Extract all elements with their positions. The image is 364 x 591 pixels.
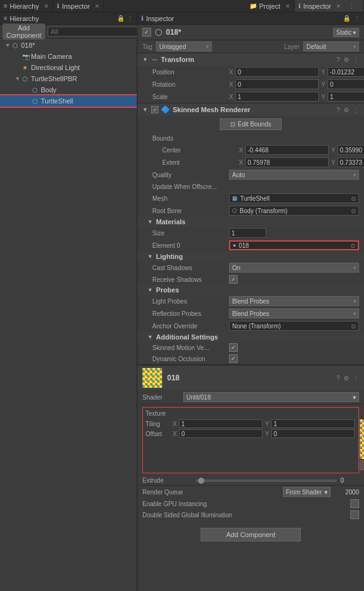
project-tab-close[interactable]: ✕ (285, 3, 290, 9)
lighting-subheader[interactable]: ▼ Lighting (137, 252, 364, 261)
rotation-x-axis: X (229, 81, 234, 88)
hierarchy-panel-controls[interactable]: 🔒 ⋮ (117, 15, 133, 22)
material-help-icon[interactable]: ? (336, 375, 340, 382)
offset-x-input[interactable] (179, 429, 262, 438)
tree-item-turtleshellpbr[interactable]: ▼ ⬡ TurtleShellPBR (0, 73, 137, 84)
transform-help-icon[interactable]: ? (336, 56, 340, 63)
tag-label: Tag (142, 43, 152, 50)
element0-pick-icon[interactable]: ⊙ (350, 242, 355, 249)
smr-help-icon[interactable]: ? (336, 107, 340, 113)
transform-menu-icon[interactable]: ⋮ (353, 56, 359, 63)
edit-bounds-row: ⊡ Edit Bounds (137, 116, 364, 133)
tree-icon-light: ☀ (22, 64, 31, 71)
materials-size-input[interactable] (229, 228, 266, 238)
receive-shadows-checkbox[interactable]: ✓ (229, 275, 238, 284)
mesh-pick-icon[interactable]: ⊙ (351, 195, 356, 202)
tag-dropdown-arrow: ▾ (206, 44, 209, 50)
materials-subheader[interactable]: ▼ Materials (137, 217, 364, 227)
position-y-input[interactable] (327, 67, 364, 77)
smr-menu-icon[interactable]: ⋮ (353, 107, 359, 113)
transform-component-header[interactable]: ▼ ↔ Transform ? ⚙ ⋮ (137, 53, 364, 66)
inspector-header-label: Inspector (146, 15, 340, 22)
smr-settings-icon[interactable]: ⚙ (344, 107, 349, 113)
light-probes-value: Blend Probes (232, 298, 269, 305)
smr-component-header[interactable]: ▼ ✓ 🔷 Skinned Mesh Renderer ? ⚙ ⋮ (137, 103, 364, 116)
smr-icon: 🔷 (161, 105, 170, 114)
texture-select-button[interactable]: Selec... (360, 460, 364, 470)
mesh-row: Mesh ▦ TurtleShell ⊙ (137, 192, 364, 204)
root-bone-pick-icon[interactable]: ⊙ (351, 208, 356, 214)
tree-item-directional-light[interactable]: ☀ Directional Light (0, 62, 137, 73)
inspector-tab-menu[interactable]: ⋮ (344, 2, 360, 9)
scale-x-axis: X (229, 94, 234, 100)
inspector-menu-icon[interactable]: ⋮ (354, 15, 360, 22)
bounds-center-x-input[interactable] (245, 145, 329, 155)
material-menu-icon[interactable]: ⋮ (353, 375, 359, 382)
scale-x-input[interactable] (235, 92, 319, 102)
reflection-probes-dropdown[interactable]: Blend Probes ▾ (229, 309, 359, 318)
tag-layer-row: Tag Untagged ▾ Layer Default ▾ (137, 40, 364, 53)
hierarchy-search-input[interactable] (48, 27, 139, 37)
edit-bounds-button[interactable]: ⊡ Edit Bounds (220, 118, 282, 130)
gpu-instancing-checkbox[interactable] (350, 499, 359, 508)
bounds-center-y-input[interactable] (337, 145, 364, 155)
inspector-lock-icon[interactable]: 🔒 (343, 15, 350, 22)
tiling-y-input[interactable] (271, 419, 355, 428)
tree-item-018[interactable]: ▼ ⬡ 018* (0, 40, 137, 51)
static-dropdown-arrow[interactable]: ▾ (353, 29, 356, 36)
bounds-center-y: Y (331, 145, 364, 155)
rotation-x-item: X (229, 79, 319, 89)
tag-dropdown[interactable]: Untagged ▾ (156, 42, 212, 51)
tab-group-hierarchy[interactable]: ≡ Hierarchy ✕ (0, 0, 53, 12)
tab-group-inspector-left[interactable]: ℹ Inspector ✕ (53, 0, 104, 12)
tiling-x-input[interactable] (179, 419, 262, 428)
hierarchy-lock-icon[interactable]: 🔒 (117, 15, 124, 22)
tree-item-turtleshell[interactable]: ⬡ TurtleShell (0, 95, 137, 107)
light-probes-dropdown[interactable]: Blend Probes ▾ (229, 296, 359, 306)
hierarchy-tab-close[interactable]: ✕ (44, 3, 49, 9)
extrude-slider[interactable] (196, 479, 337, 482)
tab-group-inspector-right[interactable]: ℹ Inspector ✕ ⋮ (295, 0, 364, 12)
skinned-motion-checkbox[interactable]: ✓ (229, 343, 238, 352)
rotation-y-input[interactable] (327, 79, 364, 89)
probes-subheader[interactable]: ▼ Probes (137, 285, 364, 295)
hierarchy-add-button[interactable]: Add Component (2, 24, 45, 40)
double-sided-gi-checkbox[interactable] (350, 510, 359, 519)
offset-y-input[interactable] (271, 429, 355, 438)
quality-dropdown[interactable]: Auto ▾ (229, 170, 359, 180)
tiling-y-field: Y (265, 419, 355, 428)
bounds-extent-x-input[interactable] (245, 157, 329, 167)
extrude-value: 0 (340, 477, 359, 484)
add-component-button[interactable]: Add Component (201, 528, 301, 541)
tree-icon-018: ⬡ (12, 42, 21, 49)
render-queue-dropdown[interactable]: From Shader ▾ (283, 487, 331, 497)
anchor-override-pick-icon[interactable]: ⊙ (351, 323, 356, 330)
transform-settings-icon[interactable]: ⚙ (344, 56, 349, 63)
material-settings-icon[interactable]: ⚙ (344, 375, 349, 382)
bounds-extent-label: Extent (162, 159, 236, 166)
additional-settings-subheader[interactable]: ▼ Additional Settings (137, 332, 364, 342)
tab-group-project[interactable]: 📁 Project ✕ (246, 0, 295, 12)
inspector-left-tab-close[interactable]: ✕ (95, 3, 100, 9)
go-enable-checkbox[interactable]: ✓ (142, 28, 151, 37)
position-x-input[interactable] (235, 67, 319, 77)
static-button[interactable]: Static ▾ (333, 28, 359, 37)
hierarchy-tab-label: Hierarchy (10, 2, 39, 10)
rotation-x-input[interactable] (235, 79, 319, 89)
root-bone-label: Root Bone (152, 208, 227, 214)
scale-y-input[interactable] (327, 92, 364, 102)
position-y-axis: Y (321, 69, 326, 76)
shader-dropdown[interactable]: Unlit/018 ▾ (183, 392, 359, 402)
hierarchy-panel-label: Hierarchy (10, 15, 115, 22)
tree-item-main-camera[interactable]: 📷 Main Camera (0, 51, 137, 62)
root-bone-row: Root Bone ⬡ Body (Transform) ⊙ (137, 204, 364, 217)
hierarchy-menu-icon[interactable]: ⋮ (127, 15, 133, 22)
light-probes-row: Light Probes Blend Probes ▾ (137, 295, 364, 307)
tree-item-body[interactable]: ⬡ Body (0, 84, 137, 95)
bounds-extent-y-input[interactable] (337, 157, 364, 167)
dynamic-occlusion-checkbox[interactable]: ✓ (229, 354, 238, 363)
inspector-right-tab-close[interactable]: ✕ (336, 3, 341, 9)
smr-enable-checkbox[interactable]: ✓ (151, 106, 158, 113)
cast-shadows-dropdown[interactable]: On ▾ (229, 263, 359, 273)
layer-dropdown[interactable]: Default ▾ (303, 42, 359, 51)
